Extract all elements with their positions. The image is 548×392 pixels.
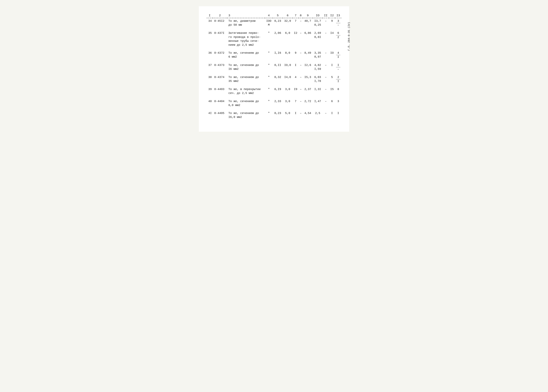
cell-col10: I,47	[313, 98, 323, 108]
cell-col12: I	[329, 110, 335, 120]
cell-col9: 2,37	[303, 86, 313, 96]
cell-row-num: 36	[207, 50, 213, 60]
cell-col9: 4,54	[303, 110, 313, 120]
cell-row-num: 35	[207, 30, 213, 48]
cell-col10: 2,690,8I	[313, 30, 323, 48]
cell-col6: I4,0	[283, 74, 292, 84]
cell-col5: 0,23	[273, 18, 283, 28]
cell-col8: –	[299, 62, 303, 72]
col-header-2: 2	[213, 13, 227, 18]
cell-col9: I2,6	[303, 62, 313, 72]
cell-col12: IO	[329, 50, 335, 60]
cell-row-num: 39	[207, 86, 213, 96]
cell-code: 8-4374	[213, 74, 227, 84]
spacer-row	[207, 48, 341, 50]
cell-col5: 0,II	[273, 62, 283, 72]
cell-col9: 40,7	[303, 18, 313, 28]
cell-col8: –	[299, 86, 303, 96]
cell-col8: –	[299, 50, 303, 60]
cell-col7: I2	[293, 30, 299, 48]
cell-col5: 6,I9	[273, 86, 283, 96]
cell-row-num: 34	[207, 18, 213, 28]
col-header-8: 8	[299, 13, 303, 18]
col-header-13: I3	[335, 13, 341, 18]
cell-code: 8-45I2	[213, 18, 227, 28]
cell-col12: I	[329, 62, 335, 72]
cell-col10: 3,350,97	[313, 50, 323, 60]
cell-col6: 6,0	[283, 30, 292, 48]
cell-unit: IOO М	[265, 18, 273, 28]
cell-col8: –	[299, 18, 303, 28]
cell-col7: I9	[293, 86, 299, 96]
cell-col13: 3	[335, 98, 341, 108]
cell-col7: 7	[293, 18, 299, 28]
cell-code: 8-4373	[213, 62, 227, 72]
cell-description: То же, сечением доI6,0 мм2	[227, 110, 265, 120]
cell-col11: –	[323, 98, 329, 108]
cell-col10: 4,82I,59	[313, 62, 323, 72]
col-header-7: 7	[293, 13, 299, 18]
cell-col11: –	[323, 62, 329, 72]
side-label: Г.П. 284-9-35 (IV)	[347, 22, 351, 51]
cell-col11: –	[323, 18, 329, 28]
cell-description: То же, сечением до35 мм2	[227, 74, 265, 84]
cell-col9: 2,72	[303, 98, 313, 108]
spacer-row	[207, 108, 341, 110]
cell-row-num: 37	[207, 62, 213, 72]
cell-col6: 3,0	[283, 98, 292, 108]
cell-col8: –	[299, 110, 303, 120]
cell-col13: 2I	[335, 74, 341, 84]
cell-col8: –	[299, 74, 303, 84]
table-row: 358-437IЗатягивание перво-го провода в п…	[207, 30, 341, 48]
cell-col9: I5,3	[303, 74, 313, 84]
cell-row-num: 38	[207, 74, 213, 84]
cell-description: То же, в перекрытиисеч. до 2,5 мм2	[227, 86, 265, 96]
cell-col11: –	[323, 110, 329, 120]
cell-col5: 0,23	[273, 110, 283, 120]
cell-description: То же, сечением до6,0 мм2	[227, 98, 265, 108]
cell-col7: I	[293, 62, 299, 72]
cell-col7: 4	[293, 74, 299, 84]
col-header-5: 5	[273, 13, 283, 18]
cell-unit: "	[265, 62, 273, 72]
cell-unit: "	[265, 86, 273, 96]
main-table: I 2 3 4 5 6 7 8 9 IO II I2 I3 348-45I2То…	[207, 13, 341, 122]
cell-col12: I5	[329, 86, 335, 96]
cell-col13: I–	[335, 62, 341, 72]
column-header-row: I 2 3 4 5 6 7 8 9 IO II I2 I3	[207, 13, 341, 18]
col-header-3: 3	[227, 13, 265, 18]
cell-col5: I,I6	[273, 50, 283, 60]
cell-col8: –	[299, 98, 303, 108]
cell-code: 8-4404	[213, 98, 227, 108]
cell-code: 8-4403	[213, 86, 227, 96]
cell-unit: "	[265, 98, 273, 108]
cell-col7: 7	[293, 98, 299, 108]
cell-col6: 3,0	[283, 86, 292, 96]
cell-col12: 5	[329, 74, 335, 84]
col-header-11: II	[323, 13, 329, 18]
col-header-4: 4	[265, 13, 273, 18]
side-label-text: Г.П. 284-9-35 (IV)	[347, 22, 351, 51]
table-row: 408-4404То же, сечением до6,0 мм2"2,333,…	[207, 98, 341, 108]
cell-col12: 6	[329, 98, 335, 108]
spacer-row	[207, 120, 341, 122]
cell-unit: "	[265, 50, 273, 60]
cell-row-num: 4I	[207, 110, 213, 120]
cell-description: Затягивание перво-го провода в прolo-жен…	[227, 30, 265, 48]
cell-col13: 8	[335, 86, 341, 96]
col-header-1: I	[207, 13, 213, 18]
cell-col6: 5,0	[283, 110, 292, 120]
cell-description: То же, диаметромдо 50 мм	[227, 18, 265, 28]
table-row: 398-4403То же, в перекрытиисеч. до 2,5 м…	[207, 86, 341, 96]
col-header-12: I2	[329, 13, 335, 18]
col-header-9: 9	[303, 13, 313, 18]
cell-col5: 2,06	[273, 30, 283, 48]
table-row: 4I8-4405То же, сечением доI6,0 мм2"0,235…	[207, 110, 341, 120]
table-row: 368-4372То же, сечением до6 мм2"I,I68,09…	[207, 50, 341, 60]
cell-col6: IO,0	[283, 62, 292, 72]
cell-col6: 32,0	[283, 18, 292, 28]
spacer-row	[207, 72, 341, 74]
cell-unit: "	[265, 110, 273, 120]
cell-col9: 6,86	[303, 30, 313, 48]
cell-col10: I3,70,25	[313, 18, 323, 28]
